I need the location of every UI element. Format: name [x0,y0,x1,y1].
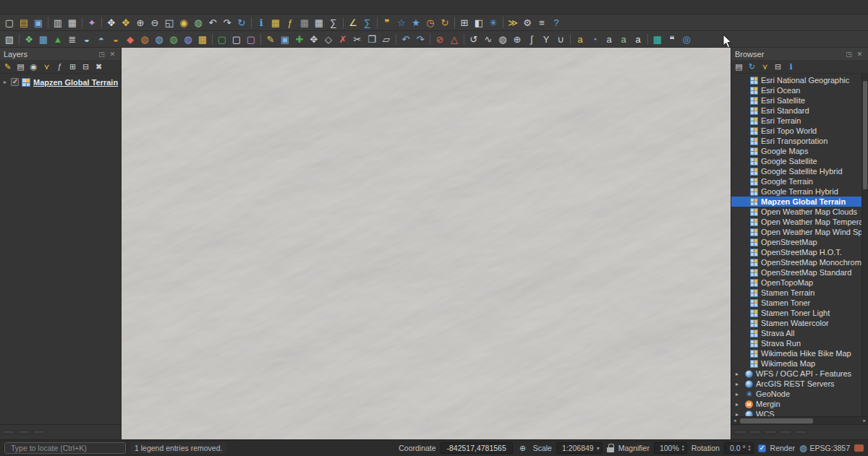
add-selected-layers-button[interactable]: ▤ [733,61,745,73]
scroll-left-icon[interactable]: ◂ [731,418,739,423]
menu-mesh[interactable] [104,6,114,9]
zoom-out-button[interactable]: ⊖ [148,15,162,30]
browser-item-strava-all[interactable]: ▸ Strava All [731,328,861,338]
menu-settings[interactable] [43,6,54,9]
menu-view[interactable] [23,6,33,9]
add-xyz-layer-button[interactable]: ▦ [195,32,210,46]
show-properties-widget-button[interactable]: ℹ [785,61,797,73]
dock-tab-browser[interactable] [17,430,30,434]
open-layer-styling-button[interactable]: ✎ [1,61,14,73]
browser-item-esri-topo-world[interactable]: ▸ Esri Topo World [731,126,861,136]
extents-toggle-button[interactable]: ⊕ [517,442,529,454]
browser-item-wikimedia-map[interactable]: ▸ Wikimedia Map [731,358,861,369]
add-wcs-layer-button[interactable]: ◍ [152,32,166,46]
field-calculator-button[interactable]: ∑ [326,15,341,30]
processing-toolbox-button[interactable]: ✳ [486,15,501,30]
toolbox-menu-button[interactable]: ≡ [535,15,549,30]
add-group-button[interactable]: ▤ [14,61,27,73]
browser-item-open-weather-map-clouds[interactable]: ▸ Open Weather Map Clouds [731,207,861,217]
delete-selected-button[interactable]: ✗ [336,32,350,46]
merge-features-button[interactable]: ∪ [553,32,568,46]
annotation-button[interactable]: ❝ [665,32,679,46]
scrollbar-track[interactable] [739,418,861,423]
browser-item-stamen-toner-light[interactable]: ▸ Stamen Toner Light [731,308,861,318]
browser-item-stamen-toner[interactable]: ▸ Stamen Toner [731,298,861,308]
add-oracle-layer-button[interactable]: ◆ [123,32,137,46]
options-button[interactable]: ⚙ [520,15,535,30]
filter-legend-button[interactable]: ⋎ [41,61,53,73]
browser-item-mapzen-global-terrain[interactable]: ▸ Mapzen Global Terrain [731,197,861,207]
open-attribute-table-button[interactable]: ▦ [312,15,326,30]
pan-map-button[interactable]: ✥ [104,15,119,30]
zoom-last-button[interactable]: ↶ [205,15,220,30]
project-save-button[interactable]: ▣ [31,15,46,30]
identify-features-button[interactable]: ℹ [254,15,268,30]
show-layout-manager-button[interactable]: ▦ [65,15,80,30]
show-bookmarks-button[interactable]: ★ [409,15,423,30]
help-contents-button[interactable]: ? [549,15,563,30]
style-manager-button[interactable]: ✦ [85,15,99,30]
browser-item-openstreetmap[interactable]: ▸ OpenStreetMap [731,237,861,247]
browser-item-google-terrain-hybrid[interactable]: ▸ Google Terrain Hybrid [731,186,861,197]
add-wfs-layer-button[interactable]: ◍ [166,32,181,46]
browser-item-geonode[interactable]: ▸ GeoNode [731,389,861,399]
move-label-button[interactable]: a [602,32,616,46]
move-feature-button[interactable]: ✥ [307,32,321,46]
refresh-temporal-button[interactable]: ↻ [438,15,452,30]
dock-tab-l[interactable] [764,430,777,434]
menu-vector[interactable] [64,6,74,9]
zoom-next-button[interactable]: ↷ [220,15,234,30]
rotation-spinbox[interactable]: 0.0 ° ▴▾ [724,442,754,454]
refresh-map-button[interactable]: ↻ [234,15,249,30]
new-bookmark-button[interactable]: ☆ [394,15,409,30]
zoom-to-selection-button[interactable]: ◉ [176,15,191,30]
dock-tab-p1[interactable] [749,430,762,434]
toggle-editing-button[interactable]: ✎ [263,32,278,46]
add-delimited-text-layer-button[interactable]: ≣ [65,32,80,46]
browser-item-stamen-terrain[interactable]: ▸ Stamen Terrain [731,288,861,298]
render-checkbox[interactable] [758,444,766,452]
browser-item-esri-national-geographic[interactable]: ▸ Esri National Geographic [731,75,861,85]
scroll-right-icon[interactable]: ▸ [861,418,868,423]
new-geopackage-layer-button[interactable]: ▢ [215,32,229,46]
pan-to-selection-button[interactable]: ✥ [119,15,133,30]
project-new-button[interactable]: ▢ [2,15,17,30]
manage-map-themes-button[interactable]: ◉ [27,61,40,73]
browser-item-opentopomap[interactable]: ▸ OpenTopoMap [731,278,861,288]
menu-project[interactable] [3,6,13,9]
zoom-to-layer-button[interactable]: ◍ [191,15,205,30]
browser-item-openstreetmap-standard[interactable]: ▸ OpenStreetMap Standard [731,267,861,278]
browser-item-arcgis-rest-servers[interactable]: ▸ ArcGIS REST Servers [731,379,861,389]
stop-editing-button[interactable]: ⊘ [433,32,447,46]
temporal-controller-button[interactable]: ◷ [423,15,438,30]
vertex-tool-button[interactable]: ◇ [321,32,336,46]
metasearch-button[interactable]: ◎ [679,32,694,46]
dock-tab-layers[interactable] [33,430,46,434]
python-console-button[interactable]: ≫ [506,15,520,30]
zoom-full-button[interactable]: ◱ [162,15,176,30]
browser-item-stamen-watercolor[interactable]: ▸ Stamen Watercolor [731,318,861,328]
vertical-scrollbar[interactable] [861,74,868,416]
browser-item-openstreetmap-h-o-t[interactable]: ▸ OpenStreetMap H.O.T. [731,247,861,257]
remove-layer-button[interactable]: ✖ [93,61,105,73]
menu-database[interactable] [84,6,94,9]
add-wms-layer-button[interactable]: ◍ [137,32,152,46]
lock-scale-icon[interactable] [607,444,614,452]
copy-features-button[interactable]: ❐ [365,32,379,46]
select-by-expression-button[interactable]: ƒ [283,15,297,30]
deselect-features-button[interactable]: ▦ [297,15,312,30]
split-features-button[interactable]: Y [539,32,553,46]
select-features-button[interactable]: ▦ [268,15,283,30]
data-source-manager-button[interactable]: ▧ [2,32,17,46]
browser-item-esri-standard[interactable]: ▸ Esri Standard [731,106,861,116]
browser-item-esri-satellite[interactable]: ▸ Esri Satellite [731,95,861,106]
rotate-label-button[interactable]: a [616,32,631,46]
browser-item-wcs[interactable]: ▸ WCS [731,409,861,416]
redo-button[interactable]: ↷ [413,32,427,46]
layer-visibility-checkbox[interactable] [11,78,19,86]
close-panel-icon[interactable]: ✕ [108,49,117,59]
collapse-all-button[interactable]: ⊟ [80,61,92,73]
change-label-button[interactable]: a [631,32,645,46]
menu-edit[interactable] [13,6,23,9]
new-map-view-button[interactable]: ⊞ [457,15,472,30]
